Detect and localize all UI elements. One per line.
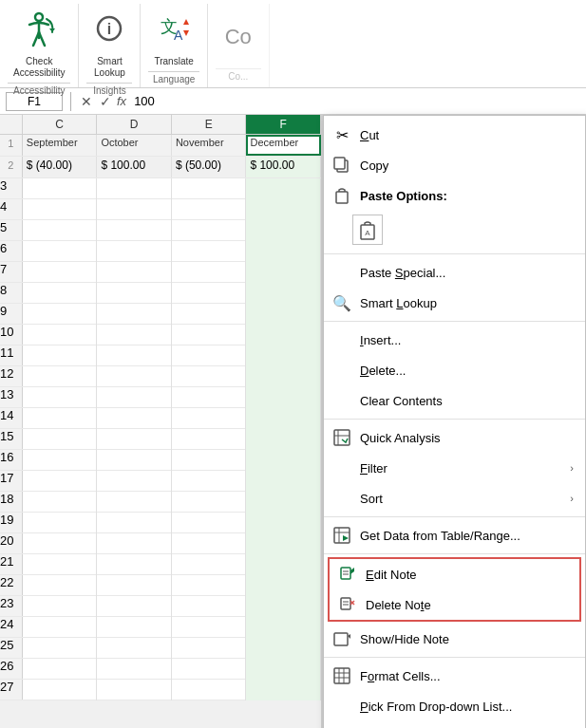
cell-D2[interactable]: $ 100.00 xyxy=(97,157,172,177)
separator xyxy=(324,553,585,554)
table-row: 9 xyxy=(0,304,321,325)
menu-item-sort[interactable]: Sort › xyxy=(324,483,585,513)
pick-from-list-label: Pick From Drop-down List... xyxy=(360,700,574,714)
menu-item-edit-note[interactable]: Edit Note xyxy=(330,559,579,589)
svg-marker-6 xyxy=(183,19,189,25)
row-num-20: 20 xyxy=(0,533,23,553)
row-num-10: 10 xyxy=(0,325,23,345)
spreadsheet: C D E F 1 September October November Dec… xyxy=(0,115,323,728)
co-button[interactable]: Co xyxy=(216,23,261,53)
sort-label: Sort xyxy=(360,492,570,506)
delete-note-icon xyxy=(337,594,358,615)
row-number-spacer xyxy=(0,115,23,134)
cell-E2[interactable]: $ (50.00) xyxy=(172,157,247,177)
table-row: 25 xyxy=(0,638,321,659)
table-row: 27 xyxy=(0,680,321,700)
insights-group-label: Insights xyxy=(86,83,132,98)
separator xyxy=(324,516,585,517)
row-num-5: 5 xyxy=(0,220,23,240)
svg-rect-9 xyxy=(334,158,345,169)
menu-item-clear-contents[interactable]: Clear Contents xyxy=(324,385,585,416)
format-cells-label: Format Cells... xyxy=(360,669,574,683)
get-data-icon xyxy=(331,525,352,546)
sheet-area: C D E F 1 September October November Dec… xyxy=(0,115,586,728)
svg-rect-10 xyxy=(336,192,348,203)
menu-item-get-data[interactable]: Get Data from Table/Range... xyxy=(324,520,585,551)
table-row: 23 xyxy=(0,596,321,617)
row-num-6: 6 xyxy=(0,241,23,261)
translate-button[interactable]: 文 A Translate xyxy=(148,8,198,71)
table-row: 19 xyxy=(0,513,321,533)
co-group-label: Co... xyxy=(216,68,261,84)
table-row: 3 xyxy=(0,178,321,199)
menu-item-smart-lookup[interactable]: 🔍 Smart Lookup xyxy=(324,288,585,318)
filter-arrow: › xyxy=(570,462,574,474)
accessibility-group-label: Accessibility xyxy=(8,83,70,98)
separator xyxy=(324,253,585,254)
row-num-25: 25 xyxy=(0,638,23,658)
menu-item-filter[interactable]: Filter › xyxy=(324,453,585,483)
row-num-17: 17 xyxy=(0,471,23,491)
paste-icons-row: A xyxy=(324,211,585,251)
svg-rect-29 xyxy=(334,668,350,683)
table-row: 4 xyxy=(0,199,321,220)
cut-label: Cut xyxy=(360,128,574,142)
menu-item-delete[interactable]: Delete... xyxy=(324,355,585,385)
ribbon-group-co: Co Co... xyxy=(208,4,270,87)
svg-text:i: i xyxy=(107,21,111,37)
cut-icon: ✂ xyxy=(331,124,352,145)
table-row: 22 xyxy=(0,575,321,596)
co-icon: Co xyxy=(225,27,252,47)
svg-rect-23 xyxy=(341,598,350,609)
row-num-22: 22 xyxy=(0,575,23,595)
highlighted-note-section: Edit Note Delete Note xyxy=(328,557,581,622)
menu-item-show-hide-note[interactable]: Show/Hide Note xyxy=(324,624,585,654)
svg-rect-13 xyxy=(334,430,350,445)
language-group-label: Language xyxy=(148,71,198,86)
row-num-23: 23 xyxy=(0,596,23,616)
row-num-14: 14 xyxy=(0,408,23,428)
menu-item-insert[interactable]: Insert... xyxy=(324,325,585,355)
delete-label: Delete... xyxy=(360,364,574,378)
cell-E1[interactable]: November xyxy=(172,135,247,156)
menu-item-cut[interactable]: ✂ Cut xyxy=(324,120,585,150)
smart-lookup-label: Smart Lookup xyxy=(94,56,125,79)
cell-F1[interactable]: December xyxy=(246,135,321,156)
clear-contents-label: Clear Contents xyxy=(360,394,574,408)
table-row: 21 xyxy=(0,554,321,575)
menu-item-format-cells[interactable]: Format Cells... xyxy=(324,661,585,691)
cell-D1[interactable]: October xyxy=(97,135,172,156)
table-row: 7 xyxy=(0,262,321,283)
translate-icon: 文 A xyxy=(157,11,191,54)
paste-options-header: Paste Options: xyxy=(324,180,585,211)
row-num-27: 27 xyxy=(0,680,23,700)
col-header-F[interactable]: F xyxy=(246,115,321,134)
paste-icon-clipboard-A[interactable]: A xyxy=(352,215,383,245)
get-data-label: Get Data from Table/Range... xyxy=(360,529,574,543)
col-header-C[interactable]: C xyxy=(23,115,98,134)
table-row: 2 $ (40.00) $ 100.00 $ (50.00) $ 100.00 xyxy=(0,157,321,178)
context-menu: ✂ Cut Copy xyxy=(323,115,586,728)
row-num-15: 15 xyxy=(0,429,23,449)
show-hide-note-label: Show/Hide Note xyxy=(360,632,574,646)
formula-input[interactable] xyxy=(134,94,580,108)
sheet-right-area: ✂ Cut Copy xyxy=(323,115,586,728)
menu-item-define-name[interactable]: Define Name... xyxy=(324,721,585,728)
check-accessibility-button[interactable]: Check Accessibility xyxy=(8,8,70,83)
menu-item-delete-note[interactable]: Delete Note xyxy=(330,589,579,620)
col-header-D[interactable]: D xyxy=(97,115,172,134)
menu-item-pick-from-list[interactable]: Pick From Drop-down List... xyxy=(324,691,585,721)
smart-lookup-button[interactable]: i Smart Lookup xyxy=(86,8,132,83)
cell-C2[interactable]: $ (40.00) xyxy=(23,157,98,177)
menu-item-copy[interactable]: Copy xyxy=(324,150,585,180)
cell-F2[interactable]: $ 100.00 xyxy=(246,157,321,177)
table-row: 11 xyxy=(0,345,321,366)
cell-C1[interactable]: September xyxy=(23,135,98,156)
menu-item-quick-analysis[interactable]: Quick Analysis xyxy=(324,422,585,453)
row-number-1: 1 xyxy=(0,135,23,156)
col-header-E[interactable]: E xyxy=(172,115,247,134)
menu-item-paste-special[interactable]: Paste Special... xyxy=(324,257,585,288)
svg-marker-1 xyxy=(49,28,55,32)
paste-options-label: Paste Options: xyxy=(360,189,574,203)
table-row: 6 xyxy=(0,241,321,262)
